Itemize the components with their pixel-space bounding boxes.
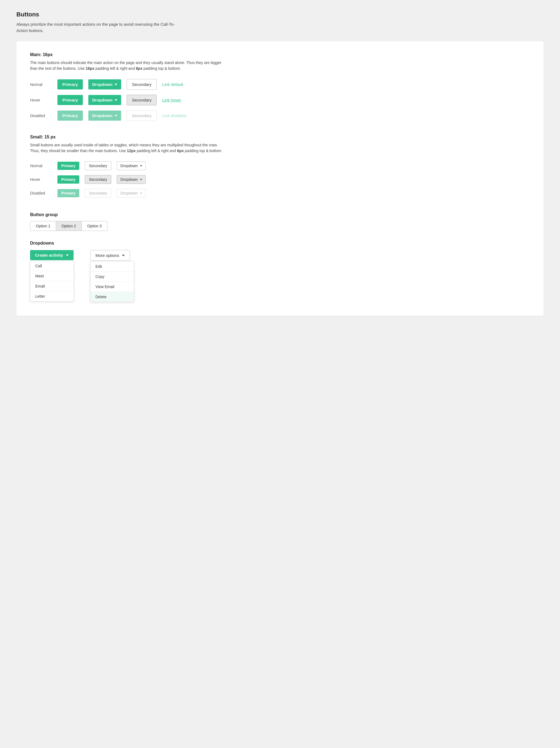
section-title-small: Small: 15 px	[30, 135, 530, 140]
main-primary-disabled: Primary	[57, 111, 83, 121]
dropdown-section: Create activity Call Meet Email Letter M…	[30, 250, 530, 302]
small-dropdown-hover[interactable]: Dropdown	[117, 175, 146, 184]
section-title-dropdowns: Dropdowns	[30, 241, 530, 246]
row-label-normal: Normal	[30, 83, 52, 87]
dropdown-item-meet[interactable]: Meet	[30, 271, 74, 281]
btn-group-option2[interactable]: Option 2	[56, 221, 82, 231]
small-primary-disabled: Primary	[57, 189, 79, 197]
caret-icon	[140, 165, 142, 167]
create-activity-wrapper: Create activity Call Meet Email Letter	[30, 250, 74, 302]
small-secondary-disabled: Secondary	[85, 189, 111, 197]
main-dropdown-hover[interactable]: Dropdown	[88, 95, 121, 105]
small-secondary-normal[interactable]: Secondary	[85, 161, 111, 170]
create-activity-button[interactable]: Create activity	[30, 250, 74, 260]
small-normal-row: Normal Primary Secondary Dropdown	[30, 161, 530, 170]
caret-icon	[115, 99, 117, 101]
section-main-16px: Main: 16px The main buttons should indic…	[30, 52, 530, 121]
main-primary-hover[interactable]: Primary	[57, 95, 83, 105]
create-activity-menu: Call Meet Email Letter	[30, 261, 74, 302]
main-link-normal[interactable]: Link default	[162, 82, 183, 87]
caret-icon	[140, 179, 142, 180]
section-desc-main: The main buttons should indicate the mai…	[30, 60, 227, 71]
small-primary-hover[interactable]: Primary	[57, 176, 79, 184]
create-activity-label: Create activity	[35, 253, 63, 257]
caret-icon	[140, 193, 142, 194]
page-description: Always prioritize the most important act…	[17, 21, 175, 34]
row-label-small-normal: Normal	[30, 164, 52, 168]
small-disabled-row: Disabled Primary Secondary Dropdown	[30, 189, 530, 197]
main-primary-normal[interactable]: Primary	[57, 79, 83, 90]
button-group: Option 1 Option 2 Option 3	[30, 221, 530, 231]
small-hover-row: Hover Primary Secondary Dropdown	[30, 175, 530, 184]
main-link-disabled: Link disabled	[162, 113, 186, 118]
main-normal-row: Normal Primary Dropdown Secondary Link d…	[30, 79, 530, 90]
btn-group-option1[interactable]: Option 1	[30, 221, 56, 231]
btn-group-option3[interactable]: Option 3	[81, 221, 107, 231]
page-title: Buttons	[17, 11, 543, 18]
dropdown-item-email[interactable]: Email	[30, 281, 74, 291]
main-card: Main: 16px The main buttons should indic…	[17, 41, 543, 316]
main-hover-row: Hover Primary Dropdown Secondary Link ho…	[30, 95, 530, 105]
small-dropdown-disabled: Dropdown	[117, 189, 146, 197]
dropdown-item-copy[interactable]: Copy	[91, 272, 134, 282]
section-dropdowns: Dropdowns Create activity Call Meet Emai…	[30, 241, 530, 302]
caret-icon	[115, 84, 117, 85]
main-disabled-row: Disabled Primary Dropdown Secondary Link…	[30, 110, 530, 121]
dropdown-item-delete[interactable]: Delete	[91, 292, 134, 302]
dropdown-item-letter[interactable]: Letter	[30, 291, 74, 301]
main-secondary-normal[interactable]: Secondary	[127, 79, 157, 90]
dropdown-item-call[interactable]: Call	[30, 261, 74, 271]
main-dropdown-normal[interactable]: Dropdown	[88, 79, 121, 90]
section-small-15px: Small: 15 px Small buttons are usually u…	[30, 135, 530, 197]
more-options-label: More options	[95, 253, 119, 258]
section-title-button-group: Button group	[30, 212, 530, 217]
main-link-hover[interactable]: Link hover	[162, 98, 181, 102]
small-secondary-hover[interactable]: Secondary	[85, 175, 111, 184]
main-dropdown-disabled: Dropdown	[88, 111, 121, 121]
more-options-wrapper: More options Edit Copy View Email Delete	[90, 250, 134, 302]
caret-down-dark-icon	[122, 255, 125, 256]
section-button-group: Button group Option 1 Option 2 Option 3	[30, 212, 530, 231]
main-secondary-hover[interactable]: Secondary	[127, 95, 157, 105]
more-options-button[interactable]: More options	[90, 250, 130, 261]
row-label-hover: Hover	[30, 98, 52, 102]
caret-icon	[115, 115, 117, 117]
more-options-menu: Edit Copy View Email Delete	[90, 261, 134, 302]
small-dropdown-normal[interactable]: Dropdown	[117, 161, 146, 170]
caret-down-icon	[66, 254, 69, 256]
dropdown-item-view-email[interactable]: View Email	[91, 282, 134, 292]
main-secondary-disabled: Secondary	[127, 110, 157, 121]
section-title-main: Main: 16px	[30, 52, 530, 57]
row-label-small-hover: Hover	[30, 177, 52, 182]
row-label-disabled: Disabled	[30, 114, 52, 118]
small-primary-normal[interactable]: Primary	[57, 162, 79, 170]
dropdown-item-edit[interactable]: Edit	[91, 261, 134, 272]
section-desc-small: Small buttons are usually used inside of…	[30, 142, 227, 154]
row-label-small-disabled: Disabled	[30, 191, 52, 195]
